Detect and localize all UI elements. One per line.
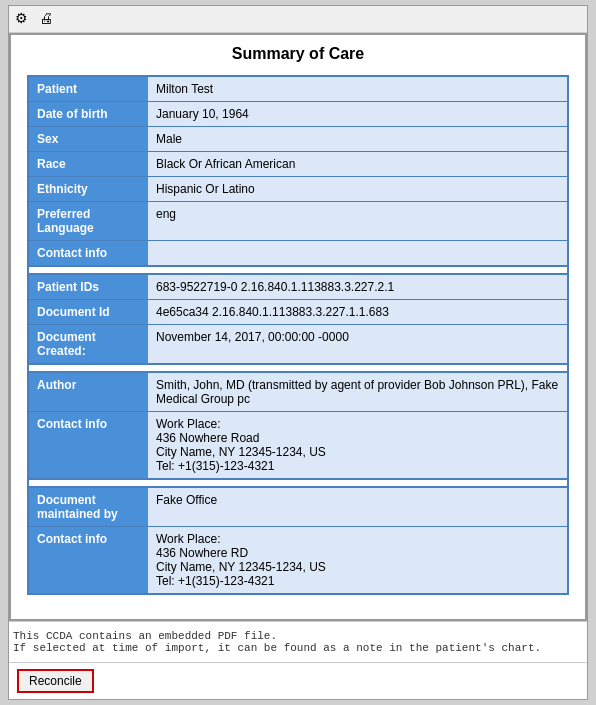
row-value: 4e65ca34 2.16.840.1.113883.3.227.1.1.683 (148, 300, 568, 325)
row-value: Male (148, 127, 568, 152)
table-row: Document Created: November 14, 2017, 00:… (28, 325, 568, 365)
contact-info-2-value: Work Place:436 Nowhere RDCity Name, NY 1… (148, 527, 568, 595)
table-row: Author Smith, John, MD (transmitted by a… (28, 372, 568, 412)
row-label: Date of birth (28, 102, 148, 127)
row-value: Black Or African American (148, 152, 568, 177)
row-label: Sex (28, 127, 148, 152)
author-table: Author Smith, John, MD (transmitted by a… (27, 371, 569, 480)
summary-table: Patient Milton Test Date of birth Januar… (27, 75, 569, 267)
table-row: Patient IDs 683-9522719-0 2.16.840.1.113… (28, 274, 568, 300)
settings-icon[interactable]: ⚙ (15, 10, 33, 28)
row-value (148, 241, 568, 267)
row-label: Preferred Language (28, 202, 148, 241)
footer-line2: If selected at time of import, it can be… (13, 642, 583, 654)
table-row: Sex Male (28, 127, 568, 152)
table-row: Document Id 4e65ca34 2.16.840.1.113883.3… (28, 300, 568, 325)
row-value: 683-9522719-0 2.16.840.1.113883.3.227.2.… (148, 274, 568, 300)
table-row: Contact info (28, 241, 568, 267)
row-value: January 10, 1964 (148, 102, 568, 127)
table-row: Preferred Language eng (28, 202, 568, 241)
contact-info-1-label: Contact info (28, 412, 148, 480)
table-row: Ethnicity Hispanic Or Latino (28, 177, 568, 202)
contact-info-1-value: Work Place:436 Nowhere RoadCity Name, NY… (148, 412, 568, 480)
row-value: Hispanic Or Latino (148, 177, 568, 202)
row-label: Race (28, 152, 148, 177)
footer-line1: This CCDA contains an embedded PDF file. (13, 630, 583, 642)
bottom-bar: Reconcile (9, 662, 587, 699)
table-row: Patient Milton Test (28, 76, 568, 102)
maintained-table: Document maintained by Fake Office Conta… (27, 486, 569, 595)
row-label: Patient (28, 76, 148, 102)
table-row: Race Black Or African American (28, 152, 568, 177)
table-row: Document maintained by Fake Office (28, 487, 568, 527)
content-area: Summary of Care Patient Milton Test Date… (9, 33, 587, 621)
table-row: Date of birth January 10, 1964 (28, 102, 568, 127)
reconcile-button[interactable]: Reconcile (17, 669, 94, 693)
row-value: November 14, 2017, 00:00:00 -0000 (148, 325, 568, 365)
author-label: Author (28, 372, 148, 412)
toolbar: ⚙ 🖨 (9, 6, 587, 33)
row-value: Milton Test (148, 76, 568, 102)
row-label: Document Id (28, 300, 148, 325)
row-label: Document Created: (28, 325, 148, 365)
print-icon[interactable]: 🖨 (39, 10, 57, 28)
contact-info-2-label: Contact info (28, 527, 148, 595)
row-label: Patient IDs (28, 274, 148, 300)
author-value: Smith, John, MD (transmitted by agent of… (148, 372, 568, 412)
row-value: eng (148, 202, 568, 241)
main-window: ⚙ 🖨 Summary of Care Patient Milton Test … (8, 5, 588, 700)
page-title: Summary of Care (27, 45, 569, 63)
maintained-value: Fake Office (148, 487, 568, 527)
footer-text: This CCDA contains an embedded PDF file.… (9, 621, 587, 662)
row-label: Contact info (28, 241, 148, 267)
document-table: Patient IDs 683-9522719-0 2.16.840.1.113… (27, 273, 569, 365)
table-row: Contact info Work Place:436 Nowhere Road… (28, 412, 568, 480)
maintained-label: Document maintained by (28, 487, 148, 527)
row-label: Ethnicity (28, 177, 148, 202)
table-row: Contact info Work Place:436 Nowhere RDCi… (28, 527, 568, 595)
